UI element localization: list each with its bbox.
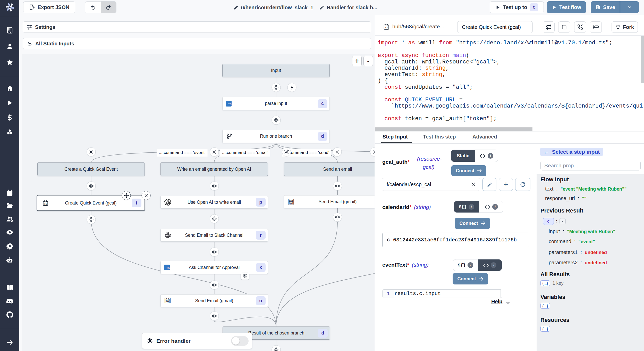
svg-text:31: 31 <box>385 26 388 29</box>
svg-text:31: 31 <box>44 202 47 205</box>
svg-text:TS: TS <box>166 267 170 270</box>
svg-text:TS: TS <box>228 103 232 105</box>
